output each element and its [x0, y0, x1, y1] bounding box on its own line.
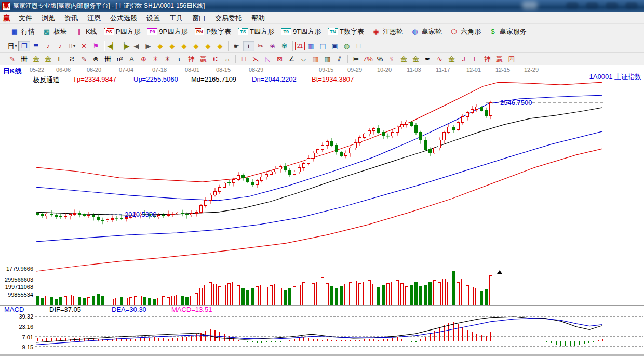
gold-angle-tool-button[interactable]: 金: [446, 54, 458, 64]
candle-style-button[interactable]: ⌷▾: [66, 41, 78, 51]
menu-item-交易委托[interactable]: 交易委托: [210, 14, 247, 23]
wave-tool-button[interactable]: ∿: [434, 54, 446, 64]
menu-item-资讯[interactable]: 资讯: [60, 14, 83, 23]
diamond-right-button[interactable]: ◆: [166, 41, 178, 51]
info-panel-button[interactable]: ≣: [30, 41, 42, 51]
brain-tool-button[interactable]: ✾: [278, 41, 290, 51]
bars-9-button[interactable]: ♪: [54, 41, 66, 51]
period-selector-button[interactable]: 日▾: [6, 41, 18, 51]
indicator-up: Up=2255.5060: [133, 75, 178, 83]
tb1-t-sifangxing-button[interactable]: TST四方形: [235, 25, 278, 38]
delete-line-button[interactable]: ✕: [78, 41, 90, 51]
gann-center-button[interactable]: ⊕: [138, 54, 150, 64]
time-grid-button[interactable]: 卌: [102, 54, 114, 64]
box-tool-button[interactable]: ⎕: [238, 54, 250, 64]
angle-tool-button[interactable]: A: [126, 54, 138, 64]
ying-grid-button[interactable]: 赢: [197, 54, 209, 64]
menu-item-文件[interactable]: 文件: [14, 14, 37, 23]
menu-item-公式选股[interactable]: 公式选股: [105, 14, 142, 23]
tb1-bankuai-button[interactable]: ▩板块: [38, 25, 71, 38]
print-tool-button[interactable]: ⌸: [353, 41, 365, 51]
ying-angle-tool-button[interactable]: 赢: [493, 54, 505, 64]
shen-angle-tool-button[interactable]: 神: [481, 54, 493, 64]
measure-tool-button[interactable]: ✂: [254, 41, 266, 51]
gann-flower-button[interactable]: ❀: [266, 41, 278, 51]
chart-area[interactable]: 05-2206-0606-2007-0407-1808-0108-1508-29…: [0, 65, 644, 354]
diamond-locate-button[interactable]: ◆: [214, 41, 226, 51]
n2-grid-button[interactable]: n²: [114, 54, 126, 64]
gold-grid-1-button[interactable]: 金: [30, 54, 42, 64]
ratio-tool-button[interactable]: ⊨: [350, 54, 362, 64]
hand-tool-button[interactable]: ☛: [231, 41, 243, 51]
toolbar-button-label: T数字表: [340, 27, 364, 36]
number-grid-button[interactable]: ⑆: [209, 54, 221, 64]
gold-line-tool-button[interactable]: 金: [410, 54, 422, 64]
menu-item-设置[interactable]: 设置: [142, 14, 165, 23]
fibonacci-grid-button[interactable]: F: [54, 54, 66, 64]
gann-web-button[interactable]: ✳: [150, 54, 162, 64]
angle-line-tool-button[interactable]: ∠: [286, 54, 298, 64]
tb1-yingjiafuwu-button[interactable]: $赢家服务: [485, 25, 530, 38]
fan-tool-button[interactable]: ⋋: [250, 54, 262, 64]
width-tool-button[interactable]: ↔: [221, 54, 233, 64]
tb1-9t-sifangxing-button[interactable]: T99T四方形: [278, 25, 325, 38]
percent-red-tool-button[interactable]: ﹪: [386, 54, 398, 64]
tb1-jiangenlun-button[interactable]: ◉江恩轮: [368, 25, 407, 38]
next-bar-button[interactable]: ▶: [142, 41, 154, 51]
menu-item-工具[interactable]: 工具: [165, 14, 187, 23]
diamond-compress-button[interactable]: ◆: [190, 41, 202, 51]
hatch-tool-button[interactable]: ⫽: [333, 54, 345, 64]
spiral-tool-button[interactable]: Ƨ: [66, 54, 78, 64]
gold-grid-2-button[interactable]: 金: [42, 54, 54, 64]
save-tool-button[interactable]: ▣: [329, 41, 341, 51]
percent-tool-button[interactable]: %: [374, 54, 386, 64]
diamond-left-button[interactable]: ◆: [154, 41, 166, 51]
calculator-tool-button[interactable]: ▦: [305, 41, 317, 51]
menu-item-窗口[interactable]: 窗口: [187, 14, 210, 23]
zoom-window-button[interactable]: ❒: [18, 41, 30, 51]
tb1-kxian-button[interactable]: ∥K线: [71, 25, 101, 38]
network-tool-button[interactable]: ◍: [341, 41, 353, 51]
split-tool-button[interactable]: ⍳: [173, 54, 185, 64]
gold-circle-tool-button[interactable]: 金: [398, 54, 410, 64]
last-page-button[interactable]: ▕▶: [118, 41, 130, 51]
prev-bar-button[interactable]: ◀: [130, 41, 142, 51]
f-angle-tool-button[interactable]: F: [469, 54, 481, 64]
color-chart-button[interactable]: ⚑: [90, 41, 102, 51]
menu-item-帮助[interactable]: 帮助: [247, 14, 270, 23]
j-angle-tool-button[interactable]: J: [458, 54, 469, 64]
circle-grid-button[interactable]: ⊜: [90, 54, 102, 64]
pen-tool-button[interactable]: ✎: [6, 54, 18, 64]
fan-box-tool-button[interactable]: ◺: [262, 54, 274, 64]
menu-item-江恩[interactable]: 江恩: [83, 14, 105, 23]
pen-tool-2-button[interactable]: ✎: [78, 54, 90, 64]
chart-canvas[interactable]: [0, 65, 644, 354]
check-lines-tool-button[interactable]: ⌵: [298, 54, 310, 64]
tb1-liujiaoxing-button[interactable]: ⬡六角形: [446, 25, 485, 38]
si-angle-tool-button[interactable]: 四: [505, 54, 517, 64]
bars-3-button[interactable]: ♪: [42, 41, 54, 51]
ink-tool-button[interactable]: ✒: [422, 54, 434, 64]
x-lines-tool-button[interactable]: ⊠: [274, 54, 286, 64]
black-grid-tool-button[interactable]: ▦: [321, 54, 333, 64]
tb1-t-shuzibiao-button[interactable]: TNT数字表: [325, 25, 368, 38]
percent-7-tool-button[interactable]: 7%: [362, 54, 374, 64]
red-grid-tool-button[interactable]: ▦: [310, 54, 321, 64]
diamond-center-button[interactable]: ◆: [202, 41, 214, 51]
gann-web-red-button[interactable]: ✳: [162, 54, 173, 64]
tb1-p-sifangxing-button[interactable]: PSP四方形: [101, 25, 144, 38]
diamond-expand-button[interactable]: ◆: [178, 41, 190, 51]
date-label: 12-15: [495, 67, 510, 73]
tb1-hangqing-button[interactable]: ▦行情: [6, 25, 38, 38]
tb1-9p-sifangxing-button[interactable]: P99P四方形: [144, 25, 191, 38]
tb1-p-shuzibiao-button[interactable]: PNP数字表: [191, 25, 235, 38]
menu-item-浏览[interactable]: 浏览: [37, 14, 60, 23]
grid-tool-button[interactable]: 卌: [18, 54, 30, 64]
crosshair-tool-button[interactable]: +: [243, 41, 254, 51]
shen-grid-button[interactable]: 神: [185, 54, 197, 64]
date-label: 11-03: [407, 67, 421, 73]
first-page-button[interactable]: ◀▏: [106, 41, 118, 51]
memo-tool-button[interactable]: ▤: [317, 41, 329, 51]
calendar-tool-button[interactable]: 21: [295, 42, 305, 50]
tb1-yingjialun-button[interactable]: ◍赢家轮: [407, 25, 446, 38]
